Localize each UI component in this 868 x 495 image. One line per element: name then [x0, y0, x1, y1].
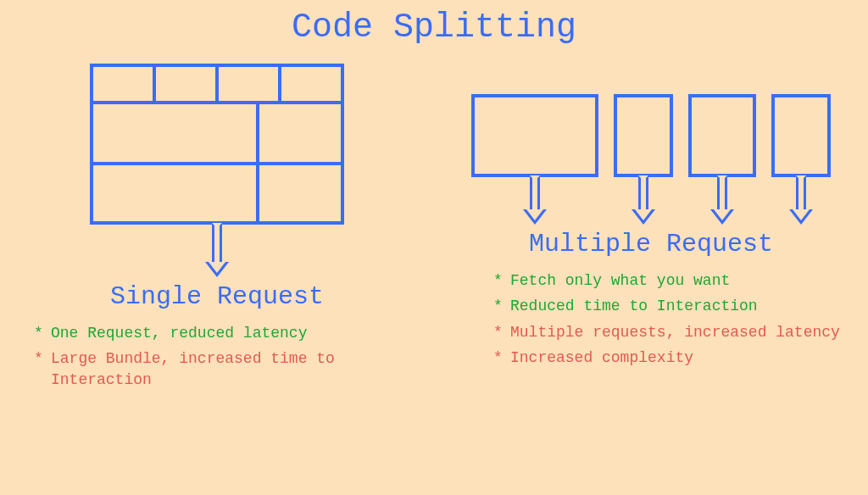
- bundle-cell: [93, 104, 259, 162]
- down-arrow-icon: [709, 177, 735, 225]
- single-request-subtitle: Single Request: [110, 282, 324, 311]
- bundle-row-top: [93, 67, 341, 104]
- down-arrow-icon: [522, 177, 548, 225]
- split-chunk: [471, 94, 598, 225]
- bundle-cell: [93, 165, 259, 221]
- page-title: Code Splitting: [0, 0, 868, 47]
- split-chunk: [614, 94, 673, 225]
- diagram-columns: Single Request *One Request, reduced lat…: [0, 64, 868, 395]
- bullet-text: Fetch only what you want: [510, 270, 840, 291]
- bundle-box: [90, 64, 344, 225]
- bundle-row-mid: [93, 104, 341, 165]
- bullet-text: Reduced time to Interaction: [510, 296, 840, 316]
- bullet-text: Large Bundle, increased time to Interact…: [51, 348, 409, 390]
- bundle-cell: [259, 165, 341, 221]
- bundle-row-bot: [93, 165, 341, 221]
- split-chunk: [688, 94, 756, 225]
- split-chunk: [771, 94, 831, 225]
- down-arrow-icon: [788, 177, 814, 225]
- chunk-box: [688, 94, 756, 177]
- bundle-cell: [281, 67, 341, 101]
- split-boxes-row: [434, 64, 868, 225]
- bundle-cell: [219, 67, 281, 101]
- bundle-cell: [93, 67, 156, 101]
- bullet-con: *Increased complexity: [493, 348, 840, 368]
- chunk-box: [614, 94, 673, 177]
- single-request-bullets: *One Request, reduced latency *Large Bun…: [0, 323, 434, 395]
- bullet-text: Multiple requests, increased latency: [510, 322, 840, 342]
- chunk-box: [471, 94, 598, 177]
- multiple-request-column: Multiple Request *Fetch only what you wa…: [434, 64, 868, 395]
- bullet-text: One Request, reduced latency: [51, 323, 409, 343]
- multiple-request-subtitle: Multiple Request: [529, 230, 773, 259]
- down-arrow-icon: [204, 225, 230, 277]
- bullet-pro: *Reduced time to Interaction: [493, 296, 840, 316]
- bullet-pro: *One Request, reduced latency: [34, 323, 409, 343]
- single-request-column: Single Request *One Request, reduced lat…: [0, 64, 434, 395]
- down-arrow-icon: [631, 177, 656, 225]
- bullet-pro: *Fetch only what you want: [493, 270, 840, 291]
- chunk-box: [771, 94, 831, 177]
- bullet-con: *Large Bundle, increased time to Interac…: [34, 348, 409, 390]
- bundle-cell: [259, 104, 341, 162]
- bundle-cell: [156, 67, 219, 101]
- bullet-con: *Multiple requests, increased latency: [493, 322, 840, 342]
- multiple-request-bullets: *Fetch only what you want *Reduced time …: [434, 270, 865, 373]
- bullet-text: Increased complexity: [510, 348, 840, 368]
